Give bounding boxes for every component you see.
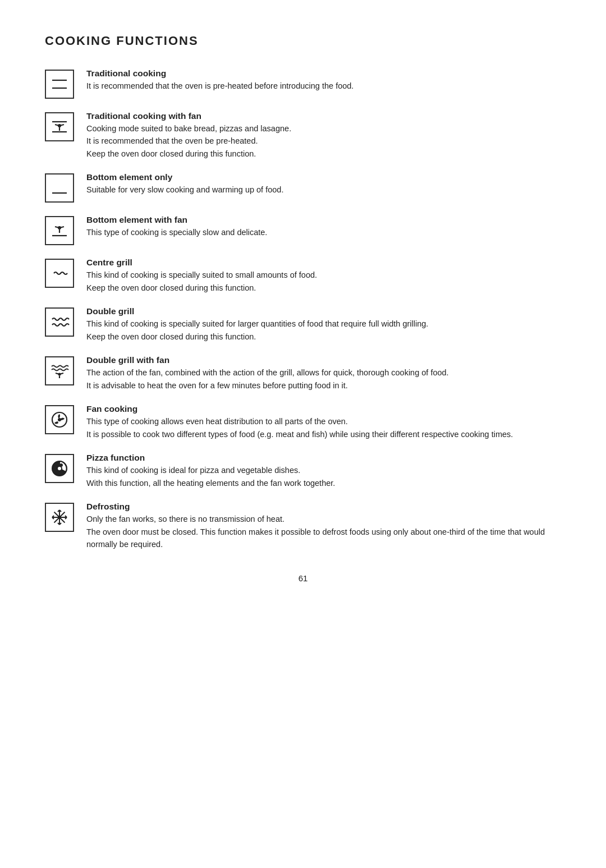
bottom-element-fan-icon: [45, 216, 74, 245]
fn-desc-traditional-cooking: It is recommended that the oven is pre-h…: [86, 80, 354, 92]
traditional-cooking-icon: [45, 70, 74, 99]
svg-point-35: [58, 516, 61, 519]
double-grill-icon: [45, 307, 74, 337]
fn-desc-traditional-cooking-fan: Cooking mode suited to bake bread, pizza…: [86, 122, 291, 160]
traditional-cooking-text: Traditional cooking It is recommended th…: [86, 68, 354, 92]
list-item: Centre grill This kind of cooking is spe…: [45, 258, 561, 294]
defrosting-text: Defrosting Only the fan works, so there …: [86, 502, 561, 550]
list-item: Bottom element with fan This type of coo…: [45, 215, 561, 245]
svg-point-22: [60, 464, 62, 466]
list-item: Fan cooking This type of cooking allows …: [45, 404, 561, 440]
fn-title-double-grill-fan: Double grill with fan: [86, 355, 449, 365]
list-item: Traditional cooking It is recommended th…: [45, 68, 561, 99]
list-item: Pizza function This kind of cooking is i…: [45, 453, 561, 489]
fn-desc-double-grill: This kind of cooking is specially suited…: [86, 318, 428, 343]
fn-desc-pizza-function: This kind of cooking is ideal for pizza …: [86, 464, 335, 489]
page-title: COOKING FUNCTIONS: [45, 34, 561, 48]
fn-title-bottom-element-only: Bottom element only: [86, 172, 283, 182]
bottom-element-only-icon: [45, 173, 74, 203]
double-grill-fan-text: Double grill with fan The action of the …: [86, 355, 449, 392]
traditional-cooking-fan-icon: [45, 112, 74, 141]
double-grill-text: Double grill This kind of cooking is spe…: [86, 306, 428, 343]
list-item: Defrosting Only the fan works, so there …: [45, 502, 561, 550]
fn-title-pizza-function: Pizza function: [86, 453, 335, 463]
page-number: 61: [45, 573, 561, 583]
fn-title-fan-cooking: Fan cooking: [86, 404, 513, 414]
fan-cooking-icon: [45, 405, 74, 434]
fn-title-defrosting: Defrosting: [86, 502, 561, 512]
fn-desc-fan-cooking: This type of cooking allows even heat di…: [86, 415, 513, 440]
fn-title-centre-grill: Centre grill: [86, 258, 317, 268]
fn-desc-defrosting: Only the fan works, so there is no trans…: [86, 513, 561, 550]
list-item: Double grill This kind of cooking is spe…: [45, 306, 561, 343]
svg-point-19: [58, 418, 61, 421]
fn-desc-bottom-element-fan: This type of cooking is specially slow a…: [86, 226, 267, 238]
fan-cooking-text: Fan cooking This type of cooking allows …: [86, 404, 513, 440]
list-item: Traditional cooking with fan Cooking mod…: [45, 111, 561, 160]
bottom-element-only-text: Bottom element only Suitable for very sl…: [86, 172, 283, 196]
fn-title-bottom-element-fan: Bottom element with fan: [86, 215, 267, 225]
pizza-function-icon: [45, 454, 74, 483]
bottom-element-fan-text: Bottom element with fan This type of coo…: [86, 215, 267, 238]
svg-point-21: [57, 466, 62, 471]
fn-title-traditional-cooking: Traditional cooking: [86, 68, 354, 79]
double-grill-fan-icon: [45, 356, 74, 385]
defrosting-icon: [45, 503, 74, 532]
function-list: Traditional cooking It is recommended th…: [45, 68, 561, 551]
fn-title-double-grill: Double grill: [86, 306, 428, 316]
fn-desc-centre-grill: This kind of cooking is specially suited…: [86, 269, 317, 294]
centre-grill-icon: [45, 259, 74, 288]
pizza-function-text: Pizza function This kind of cooking is i…: [86, 453, 335, 489]
fn-desc-bottom-element-only: Suitable for very slow cooking and warmi…: [86, 183, 283, 196]
fn-desc-double-grill-fan: The action of the fan, combined with the…: [86, 366, 449, 392]
list-item: Bottom element only Suitable for very sl…: [45, 172, 561, 203]
centre-grill-text: Centre grill This kind of cooking is spe…: [86, 258, 317, 294]
traditional-cooking-fan-text: Traditional cooking with fan Cooking mod…: [86, 111, 291, 160]
list-item: Double grill with fan The action of the …: [45, 355, 561, 392]
fn-title-traditional-cooking-fan: Traditional cooking with fan: [86, 111, 291, 121]
